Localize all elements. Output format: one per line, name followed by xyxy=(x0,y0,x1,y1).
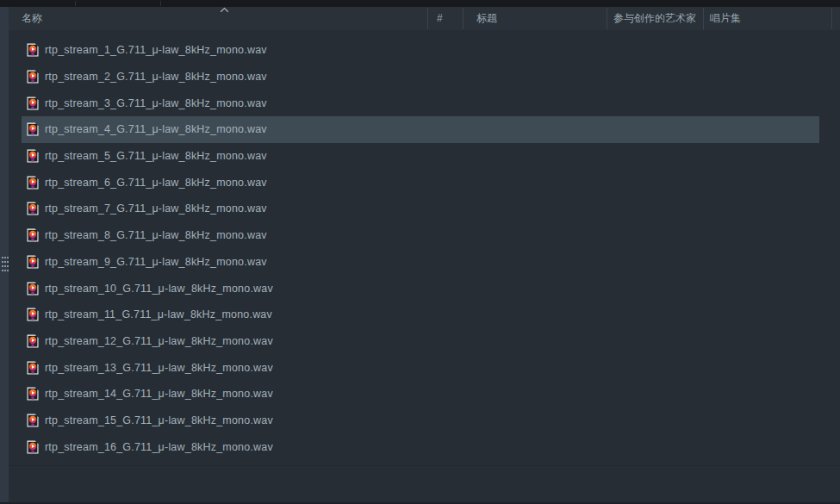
file-name: rtp_stream_16_G.711_μ-law_8kHz_mono.wav xyxy=(45,441,273,453)
file-row[interactable]: rtp_stream_1_G.711_μ-law_8kHz_mono.wav xyxy=(22,37,819,64)
file-name: rtp_stream_2_G.711_μ-law_8kHz_mono.wav xyxy=(45,71,267,83)
media-file-icon xyxy=(27,228,39,242)
file-name: rtp_stream_6_G.711_μ-law_8kHz_mono.wav xyxy=(45,177,267,189)
column-header-number[interactable]: # xyxy=(437,7,443,30)
media-file-icon xyxy=(27,43,39,57)
file-list: rtp_stream_1_G.711_μ-law_8kHz_mono.wav r… xyxy=(9,37,840,460)
media-file-icon xyxy=(27,202,39,215)
file-name: rtp_stream_11_G.711_μ-law_8kHz_mono.wav xyxy=(45,308,272,320)
left-pane-splitter[interactable] xyxy=(0,7,9,504)
drag-handle-dots-icon[interactable] xyxy=(2,257,3,258)
file-row[interactable]: rtp_stream_7_G.711_μ-law_8kHz_mono.wav xyxy=(22,196,819,222)
file-name: rtp_stream_14_G.711_μ-law_8kHz_mono.wav xyxy=(45,388,273,400)
file-row[interactable]: rtp_stream_6_G.711_μ-law_8kHz_mono.wav xyxy=(22,169,819,196)
file-row[interactable]: rtp_stream_14_G.711_μ-law_8kHz_mono.wav xyxy=(22,381,819,408)
media-file-icon xyxy=(27,334,39,348)
file-row[interactable]: rtp_stream_9_G.711_μ-law_8kHz_mono.wav xyxy=(22,249,819,276)
file-name: rtp_stream_8_G.711_μ-law_8kHz_mono.wav xyxy=(45,229,267,241)
file-name: rtp_stream_5_G.711_μ-law_8kHz_mono.wav xyxy=(45,150,267,162)
window-top-strip xyxy=(0,0,840,7)
media-file-icon xyxy=(27,308,39,321)
file-row[interactable]: rtp_stream_3_G.711_μ-law_8kHz_mono.wav xyxy=(22,90,819,116)
media-file-icon xyxy=(27,96,39,110)
file-row[interactable]: rtp_stream_2_G.711_μ-law_8kHz_mono.wav xyxy=(22,64,819,90)
file-row[interactable]: rtp_stream_13_G.711_μ-law_8kHz_mono.wav xyxy=(22,354,819,381)
file-row[interactable]: rtp_stream_8_G.711_μ-law_8kHz_mono.wav xyxy=(22,222,819,249)
sort-ascending-icon xyxy=(220,7,229,13)
file-row[interactable]: rtp_stream_4_G.711_μ-law_8kHz_mono.wav xyxy=(22,116,819,143)
column-header-title[interactable]: 标题 xyxy=(476,7,497,30)
column-divider[interactable] xyxy=(831,8,832,29)
file-name: rtp_stream_15_G.711_μ-law_8kHz_mono.wav xyxy=(45,414,273,426)
media-file-icon xyxy=(27,70,39,84)
file-name: rtp_stream_9_G.711_μ-law_8kHz_mono.wav xyxy=(45,256,267,268)
media-file-icon xyxy=(27,255,39,269)
file-row[interactable]: rtp_stream_15_G.711_μ-law_8kHz_mono.wav xyxy=(22,408,819,434)
top-strip-separator xyxy=(75,1,76,6)
file-name: rtp_stream_1_G.711_μ-law_8kHz_mono.wav xyxy=(45,44,267,56)
file-row[interactable]: rtp_stream_10_G.711_μ-law_8kHz_mono.wav xyxy=(22,275,819,302)
file-name: rtp_stream_7_G.711_μ-law_8kHz_mono.wav xyxy=(45,202,267,215)
column-divider[interactable] xyxy=(703,8,704,29)
media-file-icon xyxy=(27,176,39,190)
media-file-icon xyxy=(27,122,39,136)
column-divider[interactable] xyxy=(463,8,464,29)
media-file-icon xyxy=(27,149,39,163)
media-file-icon xyxy=(27,282,39,296)
column-divider[interactable] xyxy=(607,8,607,29)
file-name: rtp_stream_12_G.711_μ-law_8kHz_mono.wav xyxy=(45,335,273,347)
column-header-artists[interactable]: 参与创作的艺术家 xyxy=(613,7,696,30)
file-name: rtp_stream_3_G.711_μ-law_8kHz_mono.wav xyxy=(45,97,267,109)
file-row[interactable]: rtp_stream_16_G.711_μ-law_8kHz_mono.wav xyxy=(22,433,819,460)
column-header-name[interactable]: 名称 xyxy=(22,7,42,30)
file-name: rtp_stream_4_G.711_μ-law_8kHz_mono.wav xyxy=(45,123,267,135)
media-file-icon xyxy=(27,440,39,454)
column-header-album[interactable]: 唱片集 xyxy=(710,7,741,30)
media-file-icon xyxy=(27,387,39,401)
list-bottom-divider xyxy=(9,465,840,466)
column-divider[interactable] xyxy=(427,8,428,29)
file-row[interactable]: rtp_stream_12_G.711_μ-law_8kHz_mono.wav xyxy=(22,328,819,355)
file-row[interactable]: rtp_stream_11_G.711_μ-law_8kHz_mono.wav xyxy=(22,302,819,328)
file-name: rtp_stream_10_G.711_μ-law_8kHz_mono.wav xyxy=(45,283,273,295)
top-strip-separator xyxy=(160,1,161,6)
media-file-icon xyxy=(27,414,39,427)
file-name: rtp_stream_13_G.711_μ-law_8kHz_mono.wav xyxy=(45,362,273,374)
column-header-bar: 名称 # 标题 参与创作的艺术家 唱片集 xyxy=(9,7,840,30)
media-file-icon xyxy=(27,361,39,375)
file-row[interactable]: rtp_stream_5_G.711_μ-law_8kHz_mono.wav xyxy=(22,143,819,170)
